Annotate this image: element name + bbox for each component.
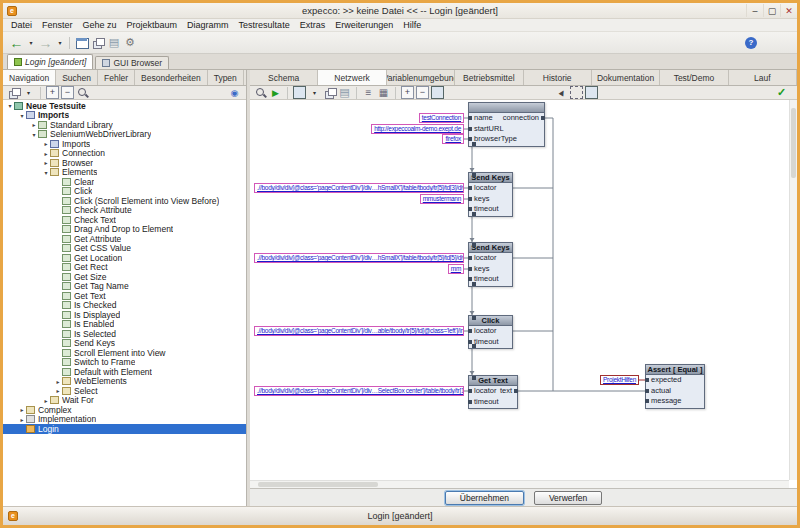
grid-toggle-button[interactable]: ▦ xyxy=(377,86,390,99)
gui-window-icon[interactable] xyxy=(75,36,89,50)
zoom-out-button[interactable]: − xyxy=(416,86,429,99)
input-pin-message[interactable] xyxy=(645,399,649,403)
input-pin-locator[interactable] xyxy=(468,186,472,190)
input-pin-starturl[interactable] xyxy=(468,127,472,131)
tab-suchen[interactable]: Suchen xyxy=(56,70,98,85)
expander-open-icon[interactable]: ▾ xyxy=(42,169,50,176)
expander-closed-icon[interactable]: ▸ xyxy=(54,387,62,394)
tree-item-webelements[interactable]: ▸WebElements xyxy=(3,377,246,387)
help-icon[interactable]: ? xyxy=(745,37,757,49)
tab-netzwerk[interactable]: Netzwerk xyxy=(318,70,386,85)
tree-item-default-with-element[interactable]: Default with Element xyxy=(3,367,246,377)
tree-item-drag-and-drop-to-element[interactable]: Drag And Drop to Element xyxy=(3,225,246,235)
tree-item-switch-to-frame[interactable]: Switch to Frame xyxy=(3,358,246,368)
tab-schema[interactable]: Schema xyxy=(250,70,318,85)
open-browser-node[interactable]: nameconnectionstartURLbrowserType xyxy=(468,102,545,147)
input-pin-timeout[interactable] xyxy=(468,400,472,404)
value-locator-3[interactable]: .//body/div/div[@class='pageContentDiv']… xyxy=(254,326,464,336)
tree-item-clear[interactable]: Clear xyxy=(3,177,246,187)
select-tool[interactable] xyxy=(570,86,583,99)
menu-datei[interactable]: Datei xyxy=(6,19,37,32)
tree-item-check-text[interactable]: Check Text xyxy=(3,215,246,225)
flow-out-pin[interactable] xyxy=(472,212,476,216)
menu-hilfe[interactable]: Hilfe xyxy=(398,19,426,32)
back-history-dropdown[interactable]: ▾ xyxy=(27,36,35,50)
flow-out-pin[interactable] xyxy=(472,282,476,286)
tree-item-browser[interactable]: ▸Browser xyxy=(3,158,246,168)
input-pin-expected[interactable] xyxy=(645,378,649,382)
close-button[interactable]: ✕ xyxy=(780,4,797,17)
tree-item-is-checked[interactable]: Is Checked xyxy=(3,301,246,311)
back-button[interactable]: ← xyxy=(8,36,25,50)
maximize-button[interactable]: ▢ xyxy=(763,4,780,17)
tab-fehler[interactable]: Fehler xyxy=(98,70,135,85)
category-dropdown[interactable]: ▾ xyxy=(22,86,35,99)
flow-out-pin[interactable] xyxy=(472,142,476,146)
input-pin-keys[interactable] xyxy=(468,267,472,271)
tree-item-click[interactable]: Click xyxy=(3,187,246,197)
tab-navigation[interactable]: Navigation xyxy=(3,70,56,85)
value-locator-2[interactable]: .//body/div/div[@class='pageContentDiv']… xyxy=(254,253,464,263)
output-pin-text[interactable] xyxy=(514,389,518,393)
pointer-tool[interactable]: ► xyxy=(553,84,571,102)
menu-projektbaum[interactable]: Projektbaum xyxy=(122,19,183,32)
input-pin-timeout[interactable] xyxy=(468,277,472,281)
find-in-tree-button[interactable] xyxy=(76,86,89,99)
get-text-node[interactable]: Get Textlocatortexttimeout xyxy=(468,375,518,409)
tree-item-elements[interactable]: ▾Elements xyxy=(3,168,246,178)
tree-item-check-attribute[interactable]: Check Attribute xyxy=(3,206,246,216)
menu-gehe-zu[interactable]: Gehe zu xyxy=(78,19,122,32)
tree-item-seleniumwebdriverlibrary[interactable]: ▾SeleniumWebDriverLibrary xyxy=(3,130,246,140)
expander-closed-icon[interactable]: ▸ xyxy=(42,140,50,147)
flow-out-pin[interactable] xyxy=(472,344,476,348)
input-pin-locator[interactable] xyxy=(468,256,472,260)
tree-item-standard-library[interactable]: ▸Standard Library xyxy=(3,120,246,130)
value-locator-1[interactable]: .//body/div/div[@class='pageContentDiv']… xyxy=(254,183,464,193)
input-pin-keys[interactable] xyxy=(468,197,472,201)
expander-closed-icon[interactable]: ▸ xyxy=(42,150,50,157)
expander-open-icon[interactable]: ▾ xyxy=(30,131,38,138)
add-action-dropdown[interactable]: ▾ xyxy=(308,86,321,99)
input-pin-name[interactable] xyxy=(468,116,472,120)
tab-besonderheiten[interactable]: Besonderheiten xyxy=(135,70,208,85)
send-keys-node-1[interactable]: Send Keyslocatorkeystimeout xyxy=(468,172,513,217)
expander-closed-icon[interactable]: ▸ xyxy=(54,378,62,385)
canvas-vertical-scrollbar[interactable] xyxy=(789,100,797,480)
tree-item-implementation[interactable]: ▸Implementation xyxy=(3,415,246,425)
collapse-all-button[interactable]: − xyxy=(61,86,74,99)
tree-item-is-selected[interactable]: Is Selected xyxy=(3,329,246,339)
tab-betriebsmittel[interactable]: Betriebsmittel xyxy=(455,70,523,85)
tree-item-get-tag-name[interactable]: Get Tag Name xyxy=(3,282,246,292)
scroll-thumb[interactable] xyxy=(791,108,796,178)
add-compound-button[interactable] xyxy=(323,86,336,99)
tree-item-get-attribute[interactable]: Get Attribute xyxy=(3,234,246,244)
input-pin-timeout[interactable] xyxy=(468,207,472,211)
tree-item-get-location[interactable]: Get Location xyxy=(3,253,246,263)
tree-item-get-rect[interactable]: Get Rect xyxy=(3,263,246,273)
library-icon[interactable] xyxy=(91,36,105,50)
tab-dokumentation[interactable]: Dokumentation xyxy=(592,70,660,85)
doc-tab-gui-browser[interactable]: GUI Browser xyxy=(95,56,169,69)
expander-closed-icon[interactable]: ▸ xyxy=(30,121,38,128)
discard-button[interactable]: Verwerfen xyxy=(534,491,602,505)
expander-open-icon[interactable]: ▾ xyxy=(18,112,26,119)
scroll-thumb[interactable] xyxy=(258,482,378,487)
minimize-button[interactable]: – xyxy=(746,4,763,17)
tree-item-connection[interactable]: ▸Connection xyxy=(3,149,246,159)
menu-extras[interactable]: Extras xyxy=(295,19,331,32)
menu-fenster[interactable]: Fenster xyxy=(37,19,78,32)
network-canvas[interactable]: nameconnectionstartURLbrowserTypeSend Ke… xyxy=(250,100,797,488)
value-keys-1[interactable]: mmustermann xyxy=(420,194,464,204)
value-connection-name[interactable]: testConnection xyxy=(419,113,464,123)
input-pin-locator[interactable] xyxy=(468,329,472,333)
value-locator-4[interactable]: .//body/div/div[@class='pageContentDiv']… xyxy=(254,386,464,396)
fit-view-button[interactable] xyxy=(431,86,444,99)
tree-item-is-displayed[interactable]: Is Displayed xyxy=(3,310,246,320)
tree-item-neue-testsuite[interactable]: ▾Neue Testsuite xyxy=(3,101,246,111)
zoom-in-button[interactable]: + xyxy=(401,86,414,99)
value-start-url[interactable]: http://expeccoalm-demo.exept.de xyxy=(371,124,464,134)
align-elements-button[interactable]: ≡ xyxy=(362,86,375,99)
input-pin-locator[interactable] xyxy=(468,389,472,393)
tree-item-get-text[interactable]: Get Text xyxy=(3,291,246,301)
tree-item-imports[interactable]: ▸Imports xyxy=(3,139,246,149)
